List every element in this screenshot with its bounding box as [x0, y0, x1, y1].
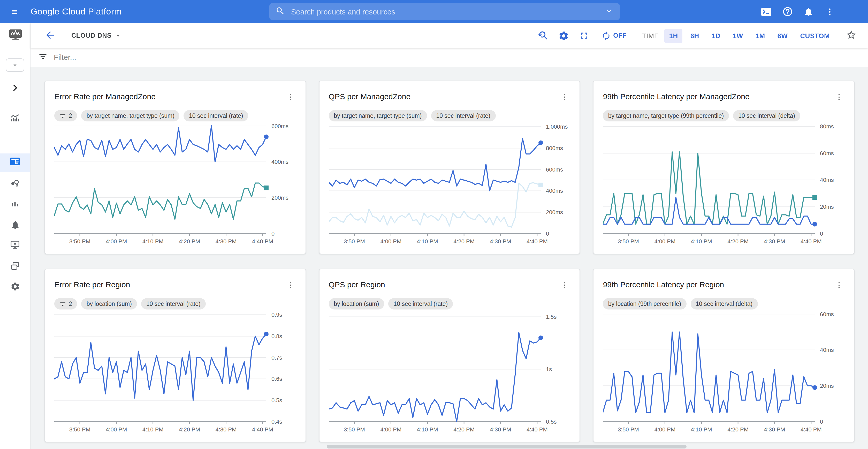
chart-canvas[interactable]: 1.5s1s0.5s3:50 PM4:00 PM4:10 PM4:20 PM4:… [329, 311, 570, 437]
chart-card-error-rate-managedzone: Error Rate per ManagedZone 2by target na… [44, 81, 306, 254]
star-outline-icon[interactable] [844, 29, 858, 42]
help-icon[interactable] [781, 5, 794, 18]
aggregation-chip[interactable]: by location (sum) [329, 298, 384, 310]
series-end-square [538, 183, 543, 187]
expand-sidebar-icon[interactable] [0, 83, 30, 93]
chevron-down-icon[interactable] [604, 6, 614, 17]
back-arrow-icon[interactable] [43, 29, 57, 42]
chart-card-qps-region: QPS per Region by location (sum)10 sec i… [319, 269, 580, 442]
chart-canvas[interactable]: 80ms60ms40ms20ms03:50 PM4:00 PM4:10 PM4:… [603, 123, 845, 249]
chart-card-qps-managedzone: QPS per ManagedZone by target name, targ… [319, 81, 580, 254]
svg-text:4:40 PM: 4:40 PM [526, 426, 548, 433]
aggregation-chip[interactable]: 10 sec interval (delta) [690, 298, 757, 310]
incidents-layers-icon[interactable] [0, 261, 30, 271]
svg-text:4:10 PM: 4:10 PM [143, 238, 164, 245]
metrics-explorer-icon[interactable] [0, 113, 30, 124]
filter-count-chip[interactable]: 2 [54, 298, 77, 310]
aggregation-chip[interactable]: 10 sec interval (rate) [141, 298, 206, 310]
chart-card-latency-managedzone: 99th Percentile Latency per ManagedZone … [593, 81, 855, 254]
time-range-6w[interactable]: 6W [773, 29, 793, 43]
series-end-square [264, 186, 269, 190]
uptime-checks-icon[interactable] [0, 240, 30, 250]
chart-canvas[interactable]: 60ms40ms20ms03:50 PM4:00 PM4:10 PM4:20 P… [603, 311, 845, 437]
svg-text:60ms: 60ms [820, 311, 834, 318]
fullscreen-icon[interactable] [578, 29, 591, 42]
aggregation-chip[interactable]: by location (99th percentile) [603, 298, 686, 310]
auto-refresh-icon [601, 31, 611, 40]
svg-text:200ms: 200ms [271, 195, 288, 201]
menu-icon[interactable] [8, 5, 21, 18]
cloud-shell-icon[interactable] [760, 5, 772, 18]
time-range-1m[interactable]: 1M [751, 29, 770, 43]
chart-menu-kebab[interactable] [285, 92, 296, 103]
time-range-6h[interactable]: 6H [686, 29, 704, 43]
chart-title: QPS per ManagedZone [329, 92, 410, 101]
series-line-region-a [329, 332, 540, 422]
global-search[interactable] [269, 3, 620, 20]
aggregation-chip[interactable]: by target name, target type (sum) [329, 110, 427, 121]
project-picker-dropdown[interactable] [0, 58, 30, 72]
dashboard-name-dropdown[interactable]: CLOUD DNS [68, 32, 124, 40]
chart-title: Error Rate per ManagedZone [54, 92, 156, 101]
more-vert-icon[interactable] [824, 5, 836, 18]
chart-card-error-rate-region: Error Rate per Region 2by location (sum)… [44, 269, 306, 442]
time-range-1d[interactable]: 1D [707, 29, 725, 43]
chart-chips: 2by location (sum)10 sec interval (rate) [54, 298, 296, 310]
search-input[interactable] [290, 7, 604, 16]
filter-input[interactable] [53, 53, 868, 62]
svg-text:0: 0 [820, 230, 823, 237]
settings-gear-icon-toolbar[interactable] [557, 29, 570, 42]
chart-menu-kebab[interactable] [285, 280, 296, 291]
svg-text:4:30 PM: 4:30 PM [216, 238, 237, 245]
time-range-1w[interactable]: 1W [728, 29, 748, 43]
groups-icon[interactable] [0, 178, 30, 189]
chart-menu-kebab[interactable] [833, 92, 845, 103]
horizontal-scrollbar-thumb[interactable] [327, 445, 686, 448]
svg-text:3:50 PM: 3:50 PM [618, 238, 639, 245]
chart-canvas[interactable]: 600ms400ms200ms03:50 PM4:00 PM4:10 PM4:2… [54, 123, 296, 249]
series-end-dot [538, 335, 543, 340]
chart-menu-kebab[interactable] [559, 92, 570, 103]
chart-canvas[interactable]: 1,000ms800ms600ms400ms200ms03:50 PM4:00 … [329, 123, 570, 249]
aggregation-chip[interactable]: by location (sum) [82, 298, 137, 310]
dashboards-icon[interactable] [0, 157, 30, 166]
aggregation-chip[interactable]: 10 sec interval (delta) [733, 110, 800, 121]
aggregation-chip[interactable]: 10 sec interval (rate) [388, 298, 453, 310]
filter-count-chip[interactable]: 2 [54, 110, 77, 121]
chart-menu-kebab[interactable] [833, 280, 845, 291]
chart-menu-kebab[interactable] [559, 280, 570, 291]
series-line-zone-b [54, 183, 266, 219]
series-line-zone-b [329, 183, 540, 227]
chart-title: QPS per Region [329, 280, 385, 289]
series-end-square [813, 195, 817, 200]
svg-text:4:00 PM: 4:00 PM [106, 238, 127, 245]
chart-canvas[interactable]: 0.9s0.8s0.7s0.6s0.5s0.4s3:50 PM4:00 PM4:… [54, 311, 296, 437]
aggregation-chip[interactable]: by target name, target type (sum) [82, 110, 180, 121]
aggregation-chip[interactable]: by target name, target type (99th percen… [603, 110, 729, 121]
svg-text:4:00 PM: 4:00 PM [106, 426, 127, 433]
settings-gear-icon[interactable] [0, 282, 30, 291]
alerting-bell-icon[interactable] [0, 220, 30, 230]
brand-title: Google Cloud Platform [31, 6, 122, 17]
search-time-icon[interactable] [536, 29, 550, 42]
svg-text:4:30 PM: 4:30 PM [490, 238, 511, 245]
caret-down-icon [115, 33, 121, 38]
time-range-1h[interactable]: 1H [664, 29, 683, 43]
chart-chips: 2by target name, target type (sum)10 sec… [54, 110, 296, 121]
services-bar-chart-icon[interactable] [0, 199, 30, 209]
svg-text:800ms: 800ms [546, 145, 563, 151]
svg-text:400ms: 400ms [546, 188, 563, 194]
svg-text:4:30 PM: 4:30 PM [216, 426, 237, 433]
notifications-icon[interactable] [802, 5, 815, 18]
time-range-custom[interactable]: CUSTOM [795, 29, 834, 43]
svg-text:60ms: 60ms [820, 150, 834, 157]
auto-refresh-toggle[interactable]: OFF [598, 30, 630, 41]
svg-text:4:30 PM: 4:30 PM [764, 238, 785, 245]
chart-title: 99th Percentile Latency per Region [603, 280, 724, 289]
aggregation-chip[interactable]: 10 sec interval (rate) [431, 110, 496, 121]
svg-text:1s: 1s [546, 366, 552, 373]
aggregation-chip[interactable]: 10 sec interval (rate) [184, 110, 248, 121]
filter-icon [59, 113, 66, 119]
svg-text:0.6s: 0.6s [271, 376, 282, 382]
svg-text:600ms: 600ms [271, 123, 288, 129]
